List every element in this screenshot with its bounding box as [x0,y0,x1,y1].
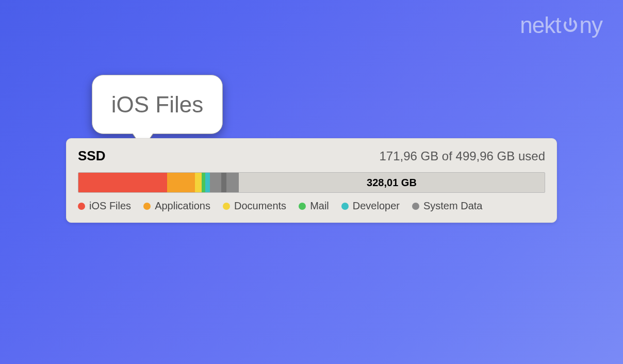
legend-label: Mail [310,200,329,212]
free-space-label: 328,01 GB [239,173,545,192]
legend-label: Documents [234,200,286,212]
legend-swatch [412,203,419,210]
usage-summary: 171,96 GB of 499,96 GB used [379,149,545,163]
legend-label: iOS Files [89,200,131,212]
bar-segment[interactable] [205,173,210,192]
hover-tooltip: iOS Files [92,75,223,134]
legend-item[interactable]: iOS Files [78,200,131,212]
drive-name: SSD [78,148,105,164]
storage-bar[interactable]: 328,01 GB [78,172,545,193]
power-icon [562,14,579,37]
legend-item[interactable]: System Data [412,200,482,212]
legend-swatch [299,203,306,210]
legend-swatch [78,203,85,210]
brand-text-2: ny [580,12,602,38]
legend-swatch [143,203,151,210]
legend-item[interactable]: Applications [143,200,210,212]
storage-panel: SSD 171,96 GB of 499,96 GB used 328,01 G… [66,138,557,223]
bar-segment[interactable] [210,173,221,192]
brand-text-1: nekt [520,12,561,38]
bar-segment[interactable] [167,173,195,192]
legend-item[interactable]: Documents [223,200,286,212]
bar-segment[interactable] [221,173,227,192]
legend-swatch [341,203,349,210]
bar-segment[interactable] [78,173,167,192]
legend-label: Developer [353,200,400,212]
bar-segment[interactable] [202,173,205,192]
bar-segment[interactable] [195,173,202,192]
legend-label: Applications [155,200,210,212]
storage-legend: iOS FilesApplicationsDocumentsMailDevelo… [78,200,545,212]
legend-swatch [223,203,230,210]
bar-segment[interactable] [226,173,239,192]
tooltip-label: iOS Files [111,92,203,118]
brand-logo: nekt ny [520,12,602,38]
legend-item[interactable]: Mail [299,200,329,212]
legend-label: System Data [423,200,482,212]
storage-header: SSD 171,96 GB of 499,96 GB used [78,148,545,164]
legend-item[interactable]: Developer [341,200,400,212]
